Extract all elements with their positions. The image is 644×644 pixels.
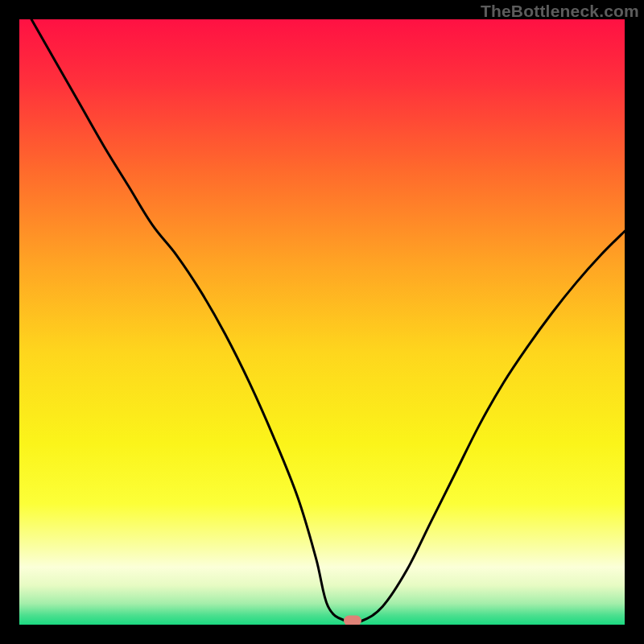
bottleneck-curve [19,19,625,625]
watermark-text: TheBottleneck.com [481,2,639,21]
chart-frame: TheBottleneck.com [0,0,644,644]
optimal-point-marker [344,616,361,625]
plot-area [19,19,625,625]
